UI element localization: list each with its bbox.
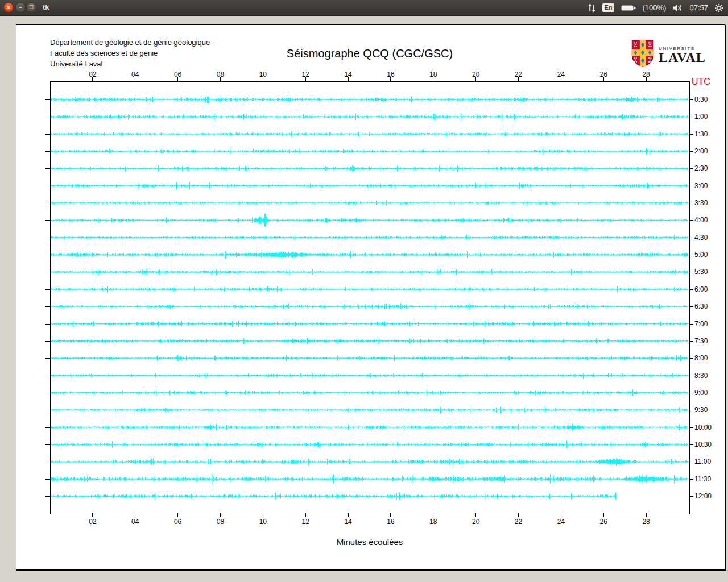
window-titlebar[interactable]: × − ❒ tk En [0,0,728,16]
utc-row-label: 3:00 [694,182,708,190]
utc-row-label: 6:30 [694,302,708,310]
x-tick-bottom [92,513,93,517]
x-tick-label-top: 08 [212,70,228,78]
x-tick-label-bottom: 18 [425,518,441,526]
x-tick-label-bottom: 24 [553,518,569,526]
x-tick-bottom [433,513,433,517]
trace-tick-right [689,358,693,359]
x-tick-label-top: 22 [511,70,527,78]
trace-tick-left [46,272,50,272]
volume-icon[interactable] [672,4,683,12]
session-gear-icon[interactable] [714,3,723,13]
trace-tick-left [46,203,50,203]
trace-tick-right [689,341,693,342]
trace-tick-right [689,393,693,393]
trace-tick-left [46,341,50,342]
utc-row-label: 7:30 [694,337,708,345]
keyboard-layout-indicator[interactable]: En [602,3,614,12]
trace-tick-left [46,358,50,359]
trace-tick-left [46,496,50,497]
trace-tick-left [46,220,50,221]
trace-tick-right [689,306,693,307]
trace-tick-right [689,462,693,462]
window-close-button[interactable]: × [3,2,14,13]
trace-tick-right [689,117,693,117]
network-updown-icon[interactable] [588,3,596,13]
utc-row-label: 8:30 [694,372,708,380]
utc-row-label: 11:00 [694,458,711,465]
utc-row-label: 12:00 [694,492,712,500]
trace-tick-right [689,444,693,445]
trace-tick-right [689,324,693,325]
trace-tick-right [689,186,693,186]
trace-tick-right [689,238,693,238]
utc-row-label: 0:30 [694,95,708,103]
trace-tick-right [689,272,693,272]
x-tick-label-top: 26 [595,70,611,78]
x-tick-label-top: 18 [425,70,441,78]
x-tick-bottom [475,513,476,517]
trace-tick-right [689,134,693,135]
x-tick-label-top: 14 [340,70,356,78]
trace-tick-left [46,134,50,135]
trace-tick-left [46,151,50,152]
x-tick-label-bottom: 08 [212,518,228,526]
window-maximize-button[interactable]: ❒ [26,2,36,13]
x-tick-bottom [305,513,306,517]
utc-row-label: 2:30 [694,164,708,172]
window-minimize-button[interactable]: − [15,2,26,13]
institution-header: Département de géologie et de génie géol… [50,37,210,69]
trace-tick-left [46,427,50,428]
x-tick-bottom [135,513,135,517]
x-tick-label-bottom: 10 [255,518,271,526]
utc-row-label: 1:30 [694,130,708,138]
x-tick-bottom [646,513,647,517]
clock[interactable]: 07:57 [689,3,708,12]
laval-logo: UNIVERSITÉ LAVAL [631,39,706,70]
trace-tick-right [689,99,693,100]
trace-tick-right [689,376,693,376]
x-tick-label-top: 20 [468,70,484,78]
x-tick-label-bottom: 26 [595,518,611,526]
trace-tick-left [46,444,50,445]
x-tick-bottom [561,513,561,517]
battery-icon[interactable] [621,4,636,12]
trace-tick-left [46,186,50,186]
utc-row-label: 7:00 [694,320,708,328]
utc-row-label: 5:00 [694,251,708,259]
battery-percentage[interactable]: (100%) [643,3,667,12]
system-tray: En (100%) 07:57 [588,0,723,15]
x-tick-label-top: 06 [170,70,186,78]
x-tick-bottom [177,513,178,517]
institution-line-3: Université Laval [50,59,210,69]
utc-row-label: 9:30 [694,406,708,414]
trace-tick-left [46,238,50,238]
x-tick-bottom [220,513,221,517]
trace-tick-left [46,99,50,100]
utc-row-label: 10:00 [694,423,712,431]
x-tick-label-top: 16 [383,70,399,78]
x-tick-label-bottom: 20 [468,518,484,526]
x-tick-label-top: 02 [85,70,101,78]
trace-tick-left [46,168,50,169]
x-tick-label-top: 04 [127,70,143,78]
x-tick-bottom [348,513,349,517]
logo-laval-text: LAVAL [659,51,706,64]
x-tick-label-top: 12 [297,70,313,78]
utc-row-label: 1:00 [694,113,708,120]
trace-tick-left [46,255,50,255]
x-tick-bottom [263,513,263,517]
utc-row-label: 3:30 [694,199,708,207]
trace-tick-right [689,151,693,152]
window-title: tk [43,3,49,11]
trace-tick-left [46,306,50,307]
seismogram-traces-canvas [50,81,689,513]
utc-row-label: 11:30 [694,475,711,483]
trace-tick-left [46,410,50,410]
utc-axis-label: UTC [692,77,710,87]
trace-tick-right [689,479,693,480]
trace-tick-left [46,289,50,290]
trace-tick-right [689,220,693,221]
x-tick-bottom [390,513,391,517]
trace-tick-right [689,496,693,497]
